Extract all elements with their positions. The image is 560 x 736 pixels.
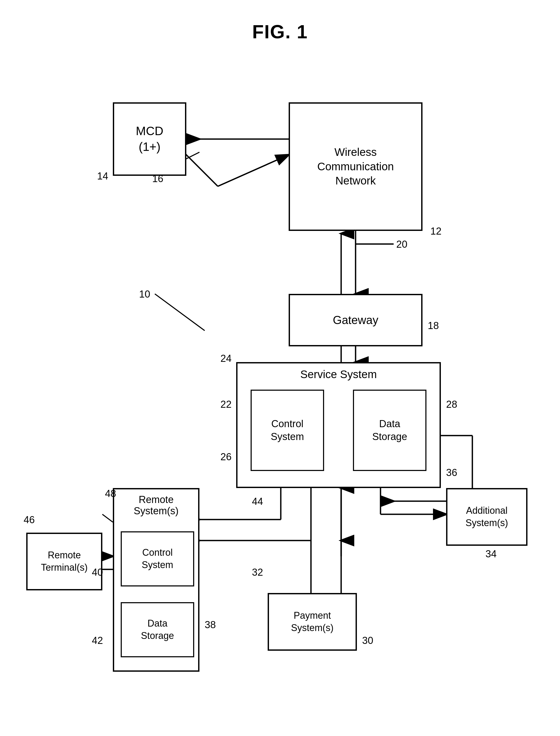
label-fig-18: 18 bbox=[428, 320, 439, 331]
label-fig-32: 32 bbox=[252, 567, 263, 578]
label-fig-44: 44 bbox=[252, 496, 263, 507]
svg-line-5 bbox=[181, 150, 218, 186]
label-fig-14: 14 bbox=[97, 171, 108, 182]
label-fig-20: 20 bbox=[396, 239, 407, 250]
remote-terminal-box: RemoteTerminal(s) bbox=[26, 533, 102, 590]
additional-system-box: AdditionalSystem(s) bbox=[446, 488, 527, 546]
label-fig-12: 12 bbox=[430, 226, 441, 237]
service-system-box: Service System ControlSystem DataStorage bbox=[236, 362, 441, 488]
label-fig-34: 34 bbox=[485, 548, 496, 560]
svg-line-31 bbox=[102, 514, 113, 522]
label-fig-40: 40 bbox=[92, 567, 103, 578]
label-fig-36: 36 bbox=[446, 467, 457, 478]
label-fig-46: 46 bbox=[24, 514, 35, 526]
data-storage-main-box: DataStorage bbox=[353, 390, 426, 471]
control-system-remote-box: ControlSystem bbox=[121, 531, 194, 586]
label-fig-48: 48 bbox=[105, 488, 116, 499]
label-fig-30: 30 bbox=[362, 635, 373, 646]
payment-system-box: PaymentSystem(s) bbox=[268, 593, 357, 651]
svg-line-6 bbox=[218, 155, 289, 186]
label-fig-24: 24 bbox=[220, 353, 231, 364]
label-fig-28: 28 bbox=[446, 399, 457, 410]
label-fig-38: 38 bbox=[205, 619, 216, 631]
svg-line-29 bbox=[155, 294, 205, 331]
label-fig-26: 26 bbox=[220, 451, 231, 463]
wireless-network-box: WirelessCommunicationNetwork bbox=[289, 102, 422, 231]
label-fig-10: 10 bbox=[139, 289, 150, 300]
label-fig-16: 16 bbox=[152, 173, 163, 184]
control-system-main-box: ControlSystem bbox=[251, 390, 324, 471]
mcd-box: MCD(1+) bbox=[113, 102, 186, 176]
label-fig-42: 42 bbox=[92, 635, 103, 646]
remote-systems-box: RemoteSystem(s) ControlSystem DataStorag… bbox=[113, 488, 199, 672]
gateway-box: Gateway bbox=[289, 294, 422, 346]
data-storage-remote-box: DataStorage bbox=[121, 602, 194, 657]
page-title: FIG. 1 bbox=[0, 0, 560, 43]
label-fig-22: 22 bbox=[220, 399, 231, 410]
